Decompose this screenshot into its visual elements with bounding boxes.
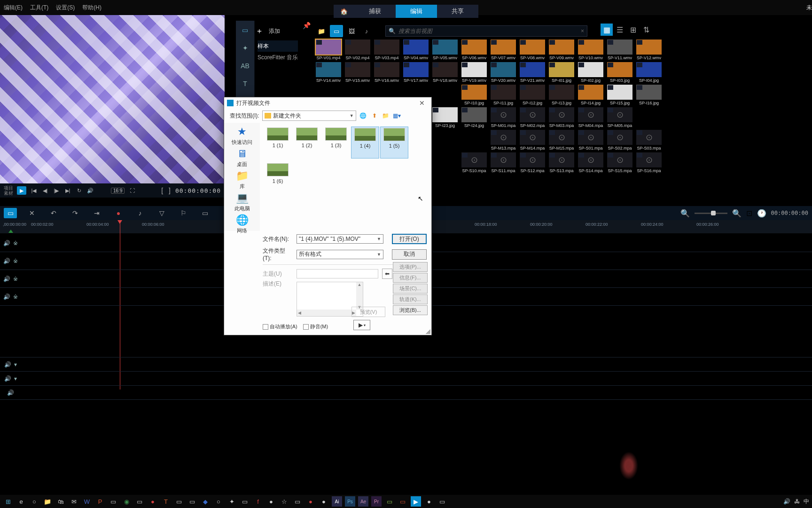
clock-icon[interactable]: 🕐 xyxy=(757,209,766,218)
nav-back-icon[interactable]: 🌐 xyxy=(359,111,367,120)
zoom-out-icon[interactable]: 🔍 xyxy=(680,209,690,218)
library-thumb[interactable]: SP-S16.mpa xyxy=(635,152,663,173)
places-网络[interactable]: 🌐网络 xyxy=(235,214,249,234)
cancel-button[interactable]: 取消 xyxy=(392,249,427,260)
marker-icon[interactable]: ▽ xyxy=(155,208,168,218)
loop-icon[interactable]: ↻ xyxy=(75,187,83,194)
library-thumb[interactable]: SP-V14.wmv xyxy=(315,62,342,83)
track-mute-icon[interactable]: 🔊 xyxy=(7,389,14,396)
taskbar-app-icon[interactable]: ▭ xyxy=(187,496,197,507)
library-thumb[interactable]: SP-V09.wmv xyxy=(548,40,575,60)
taskbar-app-icon[interactable]: ☆ xyxy=(279,496,289,507)
mode-material[interactable]: 素材 xyxy=(4,190,13,196)
preview-button[interactable]: 预览(V) xyxy=(351,307,385,317)
taskbar-wechat-icon[interactable]: ◉ xyxy=(121,496,132,507)
go-end-icon[interactable]: ▶| xyxy=(64,187,71,194)
timecode-display[interactable]: 00:00:00:00 xyxy=(175,187,221,194)
taskbar-app-icon[interactable]: ● xyxy=(319,496,329,507)
library-thumb[interactable]: SP-V18.wmv xyxy=(431,62,459,83)
taskbar-app-icon[interactable]: ▭ xyxy=(108,496,118,507)
taskbar-app-icon[interactable]: ● xyxy=(148,496,158,507)
taskbar-mail-icon[interactable]: ✉ xyxy=(69,496,79,507)
mark-in-bracket[interactable]: [ xyxy=(161,187,163,194)
library-thumb[interactable]: SP-I23.jpg xyxy=(431,107,459,128)
tab-home[interactable]: 🏠 xyxy=(334,5,354,18)
taskbar-current-app-icon[interactable]: ▶ xyxy=(411,496,421,507)
library-thumb[interactable]: SP-S13.mpa xyxy=(548,152,575,173)
library-thumb[interactable]: SP-V08.wmv xyxy=(519,40,546,60)
next-frame-icon[interactable]: |▶ xyxy=(53,187,60,194)
taskbar-app-icon[interactable]: ▭ xyxy=(240,496,250,507)
fit-icon[interactable]: ⊡ xyxy=(746,209,752,218)
library-thumb[interactable]: SP-I04.jpg xyxy=(635,62,663,83)
library-thumb[interactable]: SP-I15.jpg xyxy=(606,85,633,105)
library-thumb[interactable]: SP-V04.wmv xyxy=(402,40,429,60)
library-thumb[interactable]: SP-I02.jpg xyxy=(577,62,604,83)
aspect-ratio[interactable]: 16:9 xyxy=(111,188,125,194)
library-thumb[interactable]: SP-V20.wmv xyxy=(490,62,517,83)
add-label[interactable]: 添加 xyxy=(269,27,280,35)
tray-volume-icon[interactable]: 🔊 xyxy=(783,498,790,505)
taskbar-app-icon[interactable]: ● xyxy=(305,496,316,507)
lookin-combo[interactable]: 新建文件夹 ▼ xyxy=(262,111,356,121)
dialog-titlebar[interactable]: 打开视频文件 ✕ xyxy=(224,97,431,109)
file-item[interactable]: 1 (2) xyxy=(293,127,321,159)
track-mute-icon[interactable]: 🔊 xyxy=(4,375,11,382)
title-ab-icon[interactable]: AB xyxy=(241,61,250,71)
file-item[interactable]: 1 (5) xyxy=(380,127,408,159)
undo-icon[interactable]: ↶ xyxy=(47,208,60,218)
menu-settings[interactable]: 设置(S) xyxy=(56,4,75,12)
library-thumb[interactable]: SP-V06.wmv xyxy=(461,40,488,60)
ime-indicator[interactable]: 中 xyxy=(804,498,809,506)
library-thumb[interactable]: SP-M13.mpa xyxy=(490,130,517,151)
library-thumb[interactable]: SP-M04.mpa xyxy=(577,107,604,128)
taskbar-cortana-icon[interactable]: ○ xyxy=(29,496,39,507)
track-expand-icon[interactable] xyxy=(8,230,13,233)
nav-up-icon[interactable]: ⬆ xyxy=(370,111,379,120)
library-thumb[interactable]: SP-V19.wmv xyxy=(461,62,488,83)
clear-search-icon[interactable]: × xyxy=(581,28,584,34)
taskbar-explorer-icon[interactable]: 📁 xyxy=(42,496,53,507)
ripple-icon[interactable]: ⇥ xyxy=(90,208,103,218)
subject-apply-icon[interactable]: ⬅ xyxy=(382,269,392,279)
library-thumb[interactable]: SP-V07.wmv xyxy=(490,40,517,60)
library-thumb[interactable]: SP-I16.jpg xyxy=(635,85,663,105)
mark-out-bracket[interactable]: ] xyxy=(169,187,171,194)
media-library-icon[interactable]: ▭ xyxy=(241,25,250,35)
taskbar-store-icon[interactable]: 🛍 xyxy=(55,496,66,507)
library-thumb[interactable]: SP-I14.jpg xyxy=(577,85,604,105)
tray-network-icon[interactable]: 🖧 xyxy=(794,498,800,505)
taskbar-pr-icon[interactable]: Pr xyxy=(371,496,382,507)
track-mute-icon[interactable]: 🔊 xyxy=(4,361,11,368)
volume-icon[interactable]: 🔊 xyxy=(86,187,94,194)
filter-video-icon[interactable]: ▭ xyxy=(330,25,343,37)
track-fx-icon[interactable]: ※ xyxy=(13,240,18,246)
browse-button[interactable]: 浏览(B)... xyxy=(393,305,428,315)
library-thumb[interactable]: SP-M14.mpa xyxy=(519,130,546,151)
library-thumb[interactable]: SP-S14.mpa xyxy=(577,152,604,173)
file-item[interactable]: 1 (6) xyxy=(264,162,292,194)
library-thumb[interactable]: SP-M05.mpa xyxy=(606,107,633,128)
menu-edit[interactable]: 编辑(E) xyxy=(4,4,23,12)
filter-photo-icon[interactable]: 🖼 xyxy=(345,25,358,37)
places-库[interactable]: 📁库 xyxy=(235,170,249,190)
resize-grip-icon[interactable] xyxy=(426,329,430,334)
library-thumb[interactable]: SP-S10.mpa xyxy=(461,152,488,173)
nav-newfolder-icon[interactable]: 📁 xyxy=(382,111,390,120)
taskbar-app-icon[interactable]: ▭ xyxy=(384,496,395,507)
zoom-in-icon[interactable]: 🔍 xyxy=(732,209,742,218)
taskbar-edge-icon[interactable]: e xyxy=(16,496,26,507)
storyboard-icon[interactable]: ▭ xyxy=(4,208,17,218)
prev-frame-icon[interactable]: ◀| xyxy=(41,187,49,194)
menu-help[interactable]: 帮助(H) xyxy=(82,4,102,12)
preview-play-box[interactable]: ▶▾ xyxy=(353,320,370,330)
add-icon[interactable]: ＋ xyxy=(256,26,263,36)
track-fx-icon[interactable]: ※ xyxy=(13,276,18,282)
file-item[interactable]: 1 (3) xyxy=(322,127,350,159)
redo-icon[interactable]: ↷ xyxy=(69,208,82,218)
options-button[interactable]: 选项(P)... xyxy=(393,262,428,272)
taskbar-ps-icon[interactable]: Ps xyxy=(345,496,355,507)
library-thumb[interactable]: SP-M03.mpa xyxy=(548,107,575,128)
autoplay-checkbox[interactable]: 自动播放(A) xyxy=(263,323,297,330)
taskbar-ppt-icon[interactable]: P xyxy=(95,496,105,507)
